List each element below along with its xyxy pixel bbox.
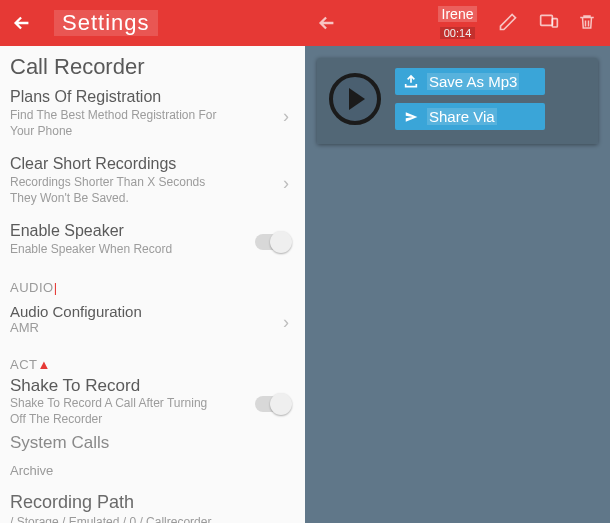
svg-rect-0: [541, 15, 553, 25]
setting-subtitle: Recordings Shorter Than X Seconds They W…: [10, 175, 220, 206]
header-actions: [498, 12, 600, 34]
settings-content: Call Recorder Plans Of Registration Find…: [0, 46, 305, 523]
setting-system-calls[interactable]: System Calls: [10, 433, 295, 453]
recording-duration: 00:14: [440, 27, 476, 39]
recording-pane: Irene 00:14 Save As Mp3: [305, 0, 610, 523]
setting-audio-config[interactable]: Audio Configuration AMR ›: [10, 299, 295, 345]
share-icon: [403, 109, 419, 125]
settings-header: Settings: [0, 0, 305, 46]
recording-card: Save As Mp3 Share Via: [317, 58, 598, 144]
setting-shake-to-record: Shake To Record Shake To Record A Call A…: [10, 376, 295, 431]
setting-title: Shake To Record: [10, 376, 295, 396]
contact-name: Irene: [438, 6, 478, 22]
page-title: Settings: [54, 10, 158, 36]
setting-subtitle: AMR: [10, 320, 295, 335]
setting-title: Clear Short Recordings: [10, 155, 295, 173]
setting-subtitle: Find The Best Method Registration For Yo…: [10, 108, 220, 139]
group-call-recorder: Call Recorder: [10, 54, 295, 80]
save-as-mp3-button[interactable]: Save As Mp3: [395, 68, 545, 95]
trash-icon[interactable]: [578, 12, 600, 34]
section-archive: Archive: [10, 463, 295, 478]
button-label: Save As Mp3: [427, 73, 519, 90]
back-icon[interactable]: [10, 11, 34, 35]
setting-subtitle: Shake To Record A Call After Turning Off…: [10, 396, 220, 427]
share-via-button[interactable]: Share Via: [395, 103, 545, 130]
recording-header: Irene 00:14: [305, 0, 610, 46]
setting-plans[interactable]: Plans Of Registration Find The Best Meth…: [10, 82, 295, 149]
action-buttons: Save As Mp3 Share Via: [395, 68, 545, 130]
setting-title: Enable Speaker: [10, 222, 295, 240]
settings-pane: Settings Call Recorder Plans Of Registra…: [0, 0, 305, 523]
button-label: Share Via: [427, 108, 497, 125]
play-button[interactable]: [329, 73, 381, 125]
export-icon: [403, 74, 419, 90]
svg-rect-1: [552, 19, 557, 27]
devices-icon[interactable]: [538, 12, 560, 34]
setting-recording-path-title: Recording Path: [10, 492, 295, 513]
recording-path-value: / Storage / Emulated / 0 / Callrecorder: [10, 515, 295, 523]
setting-title: Plans Of Registration: [10, 88, 295, 106]
back-icon[interactable]: [315, 11, 339, 35]
speaker-toggle[interactable]: [255, 234, 289, 250]
chevron-right-icon: ›: [283, 172, 289, 193]
setting-title: Audio Configuration: [10, 303, 295, 320]
setting-enable-speaker: Enable Speaker Enable Speaker When Recor…: [10, 216, 295, 268]
setting-subtitle: Enable Speaker When Record: [10, 242, 220, 258]
setting-clear-short[interactable]: Clear Short Recordings Recordings Shorte…: [10, 149, 295, 216]
section-act: ACT▲: [10, 357, 295, 372]
section-audio: AUDIO|: [10, 280, 295, 295]
play-icon: [349, 88, 365, 110]
chevron-right-icon: ›: [283, 311, 289, 332]
chevron-right-icon: ›: [283, 105, 289, 126]
edit-icon[interactable]: [498, 12, 520, 34]
shake-toggle[interactable]: [255, 396, 289, 412]
header-title-block: Irene 00:14: [438, 5, 478, 41]
